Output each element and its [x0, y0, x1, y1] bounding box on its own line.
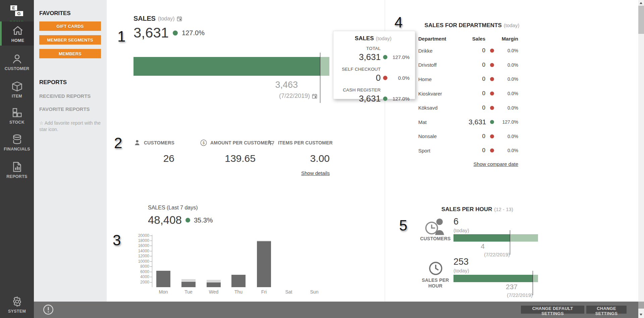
chart-y-tick-label: 10000 [132, 259, 149, 264]
favorites-buttons: GIFT CARDSMEMBER SEGMENTSMEMBERS [34, 21, 107, 58]
departments-table: DepartmentSalesMarginDrikke00.0%Drivstof… [418, 34, 518, 158]
chart-x-label: Mon [153, 289, 173, 295]
department-name: Drivstoff [418, 62, 469, 68]
sidebar-item-reports[interactable]: REPORTS [0, 157, 34, 182]
chart-y-tick [150, 251, 152, 251]
chart-y-tick [150, 261, 152, 262]
department-sales: 0 [469, 105, 485, 111]
scrollbar-thumb-lower[interactable] [638, 302, 644, 309]
report-links: RECEIVED REPORTSFAVORITE REPORTS [34, 93, 107, 112]
favorite-report-hint: ☆ Add favorite report with the star icon… [39, 120, 101, 133]
table-row-nonsale: Nonsale00.0% [418, 129, 518, 144]
scroll-down-icon[interactable] [640, 314, 642, 316]
show-compare-date-link[interactable]: Show compare date [474, 161, 518, 167]
sph-block-value: 253 [453, 257, 469, 267]
chart-x-label: Fri [254, 289, 274, 295]
chart-y-tick-label: 8000 [132, 264, 149, 269]
exclamation-circle-icon[interactable] [43, 304, 54, 315]
sidebar-item-system[interactable]: SYSTEM [0, 292, 34, 316]
chart-bar-current [231, 275, 246, 287]
sph-bar-current [453, 275, 533, 282]
tooltip-row: SELF CHECKOUT00.0% [337, 67, 410, 83]
sph-block-period: (today) [453, 268, 469, 273]
tooltip-row-pct: 127.0% [389, 96, 410, 102]
table-row-kioskvarer: Kioskvarer00.0% [418, 86, 518, 101]
right-panel: SALES FOR DEPARTMENTS (today) Department… [385, 0, 638, 302]
department-sales: 0 [469, 90, 485, 97]
chart-y-axis [152, 235, 152, 287]
favorites-panel: FAVORITES GIFT CARDSMEMBER SEGMENTSMEMBE… [34, 0, 107, 302]
tooltip-row: CASH REGISTER3,631127.0% [337, 87, 410, 104]
financials-icon [11, 133, 23, 145]
annotation-4: 4 [394, 14, 402, 31]
table-row-köksavd: Köksavd00.0% [418, 101, 518, 115]
favorite-button-gift-cards[interactable]: GIFT CARDS [39, 21, 101, 31]
departments-header-row: DepartmentSalesMargin [418, 34, 518, 44]
sph-compare-bar[interactable] [453, 234, 538, 242]
column-header-sales: Sales [469, 36, 485, 42]
table-row-drivstoff: Drivstoff00.0% [418, 58, 518, 72]
change-settings-button[interactable]: CHANGE SETTINGS [586, 306, 627, 314]
tooltip-row-label: CASH REGISTER [337, 87, 381, 92]
sph-compare-value: 4 [453, 242, 510, 250]
department-name: Köksavd [418, 105, 469, 111]
clock-icon [428, 261, 443, 276]
tooltip-row-label: TOTAL [337, 46, 381, 51]
tooltip-row-value: 3,631 [337, 52, 381, 62]
favorite-button-member-segments[interactable]: MEMBER SEGMENTS [39, 35, 101, 45]
sph-block-value: 6 [453, 216, 459, 227]
sidebar-item-label: HOME [2, 38, 34, 46]
tooltip-row-label: SELF CHECKOUT [337, 67, 381, 72]
red-dot [490, 148, 494, 152]
system-icon [11, 296, 23, 308]
sidebar-item-item[interactable]: ITEM [0, 77, 34, 101]
scrollbar-thumb[interactable] [638, 6, 644, 34]
sph-compare-block: 237(7/22/2019) [453, 283, 533, 298]
chart-x-label: Sat [279, 289, 299, 295]
table-row-sport: Sport00.0% [418, 143, 518, 158]
department-margin: 0.0% [499, 62, 518, 68]
report-link-received-reports[interactable]: RECEIVED REPORTS [39, 93, 107, 99]
red-dot [383, 76, 387, 80]
tooltip-row-value: 3,631 [337, 93, 381, 104]
sidebar-item-label: CUSTOMER [0, 66, 34, 74]
sph-compare-block: 4(7/22/2019) [453, 242, 510, 257]
reports-icon [11, 161, 23, 173]
sales-per-hour-header: SALES PER HOUR (12 - 13) [427, 206, 528, 213]
chart-x-label: Thu [228, 289, 249, 295]
sidebar-item-label: STOCK [0, 120, 34, 127]
sph-compare-value: 237 [453, 283, 533, 291]
chart-y-tick [150, 266, 152, 267]
scroll-up-icon[interactable] [640, 2, 642, 4]
chart-y-tick-label: 20000 [132, 233, 149, 238]
chart-bar-current [156, 271, 170, 287]
sph-compare-date: (7/22/2019) [453, 292, 533, 298]
report-link-favorite-reports[interactable]: FAVORITE REPORTS [39, 106, 107, 112]
chart-y-tick-label: 6000 [132, 269, 149, 274]
compare-marker-line [533, 271, 533, 295]
sidebar-item-customer[interactable]: CUSTOMER [0, 50, 34, 74]
chart-y-tick-label: 18000 [132, 238, 149, 243]
customers-clock-icon [423, 216, 448, 236]
sph-compare-bar[interactable] [453, 275, 538, 282]
sidebar-item-label: ITEM [0, 94, 34, 101]
chart-bar-current [207, 282, 221, 287]
red-dot [490, 63, 494, 67]
red-dot [490, 91, 494, 96]
footer-bar: CHANGE DEFAULT SETTINGS CHANGE SETTINGS [34, 302, 638, 318]
compare-marker-line [510, 230, 510, 255]
sidebar-item-stock[interactable]: STOCK [0, 103, 34, 127]
sidebar-item-home[interactable]: HOME [0, 21, 34, 46]
sidebar-item-financials[interactable]: FINANCIALS [0, 130, 34, 154]
logo-tile-e: E [10, 5, 17, 10]
green-dot [383, 97, 387, 101]
department-name: Kioskvarer [418, 91, 469, 97]
favorite-button-members[interactable]: MEMBERS [39, 49, 101, 58]
sales-per-hour-title: SALES PER HOUR [441, 206, 492, 213]
red-dot [490, 106, 494, 110]
sidebar: E G DEMO HOMECUSTOMERITEMSTOCKFINANCIALS… [0, 0, 34, 318]
department-margin: 0.0% [499, 48, 518, 53]
scrollbar[interactable] [638, 0, 644, 318]
change-default-settings-button[interactable]: CHANGE DEFAULT SETTINGS [521, 306, 584, 314]
stock-icon [11, 107, 23, 119]
